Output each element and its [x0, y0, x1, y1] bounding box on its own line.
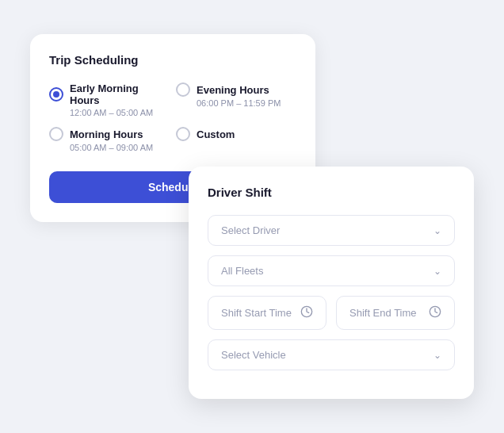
radio-sublabel-early-morning: 12:00 AM – 05:00 AM	[70, 108, 170, 117]
radio-circle-early-morning[interactable]	[49, 87, 63, 102]
chevron-down-icon: ⌄	[433, 225, 441, 236]
chevron-down-icon-vehicle: ⌄	[433, 350, 441, 361]
radio-sublabel-morning: 05:00 AM – 09:00 AM	[70, 143, 170, 152]
driver-shift-title: Driver Shift	[208, 186, 455, 199]
radio-label-evening: Evening Hours	[197, 84, 269, 96]
radio-item-evening[interactable]: Evening Hours 06:00 PM – 11:59 PM	[176, 82, 296, 117]
radio-options-grid: Early Morning Hours 12:00 AM – 05:00 AM …	[49, 82, 296, 152]
radio-item-early-morning[interactable]: Early Morning Hours 12:00 AM – 05:00 AM	[49, 82, 170, 117]
trip-scheduling-title: Trip Scheduling	[49, 53, 296, 67]
shift-end-field[interactable]: Shift End Time	[336, 296, 455, 330]
radio-label-early-morning: Early Morning Hours	[70, 82, 170, 106]
radio-item-morning[interactable]: Morning Hours 05:00 AM – 09:00 AM	[49, 127, 170, 152]
clock-icon-start	[300, 305, 313, 320]
radio-sublabel-evening: 06:00 PM – 11:59 PM	[197, 98, 296, 108]
radio-circle-custom[interactable]	[176, 127, 190, 141]
chevron-down-icon-fleet: ⌄	[433, 266, 441, 277]
select-fleet-placeholder: All Fleets	[221, 265, 263, 277]
time-fields-row: Shift Start Time Shift End Time	[208, 296, 455, 330]
driver-shift-card: Driver Shift Select Driver ⌄ All Fleets …	[189, 167, 474, 399]
shift-end-placeholder: Shift End Time	[349, 307, 417, 319]
radio-item-custom[interactable]: Custom	[176, 127, 296, 152]
shift-start-placeholder: Shift Start Time	[221, 307, 292, 319]
radio-circle-evening[interactable]	[176, 82, 190, 97]
radio-label-custom: Custom	[197, 128, 235, 140]
radio-label-morning: Morning Hours	[70, 128, 143, 140]
select-vehicle-dropdown[interactable]: Select Vehicle ⌄	[208, 339, 455, 370]
clock-icon-end	[429, 305, 441, 320]
select-driver-dropdown[interactable]: Select Driver ⌄	[208, 215, 455, 246]
radio-circle-morning[interactable]	[49, 127, 63, 141]
select-driver-placeholder: Select Driver	[221, 224, 280, 236]
shift-start-field[interactable]: Shift Start Time	[208, 296, 326, 330]
select-fleet-dropdown[interactable]: All Fleets ⌄	[208, 255, 455, 286]
select-vehicle-placeholder: Select Vehicle	[221, 349, 286, 361]
